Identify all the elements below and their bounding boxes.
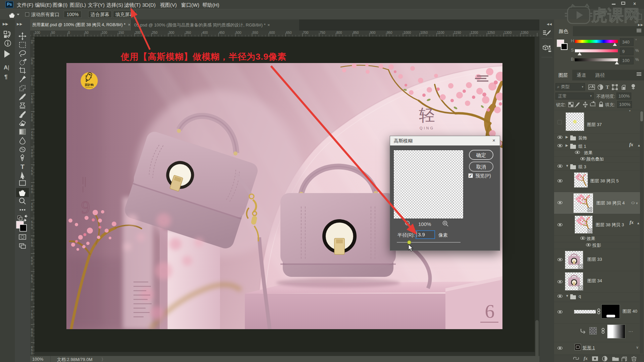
svg-text:QING: QING (420, 126, 434, 130)
svg-text:9: 9 (81, 198, 90, 217)
svg-text:6: 6 (485, 300, 495, 322)
svg-text:fx: fx (584, 356, 588, 361)
svg-text:設計狗: 設計狗 (85, 83, 94, 86)
svg-text:T: T (20, 163, 24, 170)
svg-text:轻: 轻 (419, 106, 435, 124)
svg-text:T: T (606, 84, 609, 90)
svg-text:●●●●●●●: ●●●●●●● (86, 87, 93, 88)
